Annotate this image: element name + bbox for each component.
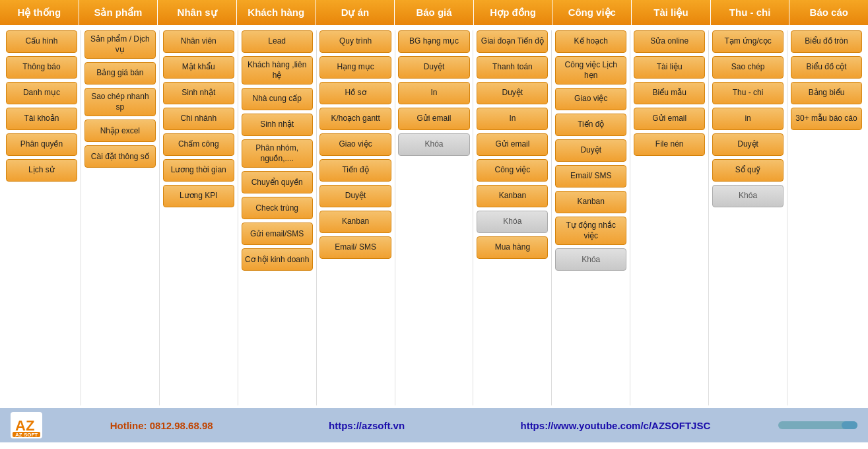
menu-btn-bao-gia-3[interactable]: Gửi email	[398, 108, 469, 130]
menu-btn-thu-chi-6[interactable]: Khóa	[712, 185, 784, 207]
menu-btn-nhan-su-1[interactable]: Mật khẩu	[163, 56, 234, 79]
website-link[interactable]: https://azsoft.vn	[329, 420, 405, 431]
menu-btn-thu-chi-1[interactable]: Sao chép	[712, 56, 784, 79]
menu-btn-du-an-3[interactable]: K/hoạch gantt	[319, 108, 391, 130]
menu-btn-cong-viec-1[interactable]: Công việc Lịch hẹn	[555, 56, 626, 85]
footer-scrollbar[interactable]	[778, 421, 857, 429]
menu-btn-hop-dong-1[interactable]: Thanh toán	[477, 56, 548, 79]
main-area: Cấu hìnhThông báoDanh mụcTài khoảnPhân q…	[0, 25, 868, 408]
col-khach-hang: LeadKhách hàng ,liên hệNhà cung cấpSinh …	[238, 30, 317, 405]
menu-btn-san-pham-0[interactable]: Sản phẩm / Dịch vụ	[84, 30, 156, 59]
menu-btn-thu-chi-3[interactable]: in	[712, 108, 784, 130]
menu-btn-khach-hang-3[interactable]: Sinh nhật	[242, 114, 313, 136]
header-cell-0[interactable]: Hệ thống	[0, 0, 79, 25]
menu-btn-thu-chi-0[interactable]: Tạm ứng/cọc	[712, 30, 784, 53]
menu-btn-cong-viec-2[interactable]: Giao việc	[555, 88, 626, 110]
menu-btn-he-thong-4[interactable]: Phân quyền	[6, 133, 77, 156]
menu-btn-tai-lieu-0[interactable]: Sửa online	[634, 30, 705, 53]
menu-btn-cong-viec-7[interactable]: Tự động nhắc việc	[555, 217, 626, 245]
menu-btn-cong-viec-8[interactable]: Khóa	[555, 248, 626, 271]
menu-btn-san-pham-4[interactable]: Cài đặt thông số	[84, 145, 156, 168]
footer-info: Hotline: 0812.98.68.98 https://azsoft.vn…	[62, 420, 758, 431]
menu-btn-hop-dong-8[interactable]: Mua hàng	[477, 236, 548, 259]
menu-btn-hop-dong-4[interactable]: Gửi email	[477, 133, 548, 156]
menu-btn-bao-cao-3[interactable]: 30+ mẫu báo cáo	[791, 108, 862, 130]
menu-btn-he-thong-3[interactable]: Tài khoản	[6, 108, 77, 130]
menu-btn-nhan-su-0[interactable]: Nhân viên	[163, 30, 234, 53]
menu-btn-du-an-1[interactable]: Hạng mục	[319, 56, 391, 79]
col-bao-gia: BG hạng mụcDuyệtInGửi emailKhóa	[395, 30, 474, 405]
menu-btn-cong-viec-3[interactable]: Tiến độ	[555, 114, 626, 136]
menu-btn-thu-chi-4[interactable]: Duyệt	[712, 133, 784, 156]
menu-btn-khach-hang-6[interactable]: Check trùng	[242, 197, 313, 219]
menu-btn-thu-chi-5[interactable]: Sổ quỹ	[712, 159, 784, 182]
menu-btn-khach-hang-1[interactable]: Khách hàng ,liên hệ	[242, 56, 313, 85]
header-cell-1[interactable]: Sản phẩm	[79, 0, 158, 25]
menu-btn-bao-cao-0[interactable]: Biểu đồ tròn	[791, 30, 862, 53]
menu-btn-du-an-0[interactable]: Quy trình	[319, 30, 391, 53]
header-cell-10[interactable]: Báo cáo	[789, 0, 868, 25]
youtube-link[interactable]: https://www.youtube.com/c/AZSOFTJSC	[520, 420, 710, 431]
header-cell-7[interactable]: Công việc	[552, 0, 632, 25]
menu-btn-hop-dong-7[interactable]: Khóa	[477, 211, 548, 233]
menu-btn-hop-dong-0[interactable]: Giai đoạn Tiến độ	[477, 30, 548, 53]
logo-box: AZ AZ SOFT	[11, 412, 42, 438]
menu-btn-bao-gia-0[interactable]: BG hạng mục	[398, 30, 469, 53]
menu-btn-hop-dong-2[interactable]: Duyệt	[477, 82, 548, 104]
svg-text:AZ SOFT: AZ SOFT	[15, 432, 38, 437]
menu-btn-he-thong-5[interactable]: Lịch sử	[6, 159, 77, 182]
menu-btn-khach-hang-0[interactable]: Lead	[242, 30, 313, 53]
col-tai-lieu: Sửa onlineTài liệuBiểu mẫuGửi emailFile …	[630, 30, 709, 405]
menu-btn-du-an-4[interactable]: Giao việc	[319, 133, 391, 156]
menu-btn-du-an-5[interactable]: Tiến độ	[319, 159, 391, 182]
menu-btn-san-pham-2[interactable]: Sao chép nhanh sp	[84, 88, 156, 116]
header-cell-8[interactable]: Tài liệu	[632, 0, 711, 25]
menu-btn-du-an-7[interactable]: Kanban	[319, 211, 391, 233]
col-hop-dong: Giai đoạn Tiến độThanh toánDuyệtInGửi em…	[473, 30, 552, 405]
menu-btn-du-an-8[interactable]: Email/ SMS	[319, 236, 391, 259]
menu-btn-khach-hang-5[interactable]: Chuyển quyền	[242, 171, 313, 193]
menu-btn-bao-gia-4[interactable]: Khóa	[398, 133, 469, 156]
menu-btn-khach-hang-8[interactable]: Cơ hội kinh doanh	[242, 248, 313, 271]
menu-btn-khach-hang-2[interactable]: Nhà cung cấp	[242, 88, 313, 110]
menu-btn-nhan-su-6[interactable]: Lương KPI	[163, 185, 234, 207]
col-bao-cao: Biểu đồ trònBiểu đồ cộtBảng biểu30+ mẫu …	[787, 30, 865, 405]
menu-btn-hop-dong-6[interactable]: Kanban	[477, 185, 548, 207]
menu-btn-tai-lieu-4[interactable]: File nén	[634, 133, 705, 156]
header-cell-9[interactable]: Thu - chi	[711, 0, 790, 25]
hotline-text: Hotline: 0812.98.68.98	[110, 420, 213, 431]
menu-btn-nhan-su-4[interactable]: Chấm công	[163, 133, 234, 156]
menu-btn-tai-lieu-2[interactable]: Biểu mẫu	[634, 82, 705, 104]
menu-btn-cong-viec-4[interactable]: Duyệt	[555, 139, 626, 162]
menu-btn-bao-gia-2[interactable]: In	[398, 82, 469, 104]
menu-btn-nhan-su-3[interactable]: Chi nhánh	[163, 108, 234, 130]
header-cell-4[interactable]: Dự án	[316, 0, 395, 25]
header-row: Hệ thốngSản phẩmNhân sựKhách hàngDự ánBá…	[0, 0, 868, 25]
header-cell-6[interactable]: Hợp đồng	[474, 0, 553, 25]
menu-btn-bao-gia-1[interactable]: Duyệt	[398, 56, 469, 79]
menu-btn-hop-dong-3[interactable]: In	[477, 108, 548, 130]
menu-btn-he-thong-1[interactable]: Thông báo	[6, 56, 77, 79]
menu-btn-nhan-su-5[interactable]: Lương thời gian	[163, 159, 234, 182]
menu-btn-tai-lieu-1[interactable]: Tài liệu	[634, 56, 705, 79]
menu-btn-khach-hang-4[interactable]: Phân nhóm, nguồn,....	[242, 139, 313, 168]
header-cell-5[interactable]: Báo giá	[395, 0, 474, 25]
menu-btn-he-thong-2[interactable]: Danh mục	[6, 82, 77, 104]
menu-btn-san-pham-3[interactable]: Nhập excel	[84, 120, 156, 142]
menu-btn-cong-viec-5[interactable]: Email/ SMS	[555, 165, 626, 188]
menu-btn-du-an-6[interactable]: Duyệt	[319, 185, 391, 207]
menu-btn-cong-viec-6[interactable]: Kanban	[555, 191, 626, 213]
menu-btn-thu-chi-2[interactable]: Thu - chi	[712, 82, 784, 104]
menu-btn-san-pham-1[interactable]: Bảng giá bán	[84, 62, 156, 85]
header-cell-3[interactable]: Khách hàng	[237, 0, 316, 25]
menu-btn-cong-viec-0[interactable]: Kế hoạch	[555, 30, 626, 53]
menu-btn-bao-cao-2[interactable]: Bảng biểu	[791, 82, 862, 104]
menu-btn-du-an-2[interactable]: Hồ sơ	[319, 82, 391, 104]
header-cell-2[interactable]: Nhân sự	[158, 0, 237, 25]
menu-btn-nhan-su-2[interactable]: Sinh nhật	[163, 82, 234, 104]
menu-btn-bao-cao-1[interactable]: Biểu đồ cột	[791, 56, 862, 79]
menu-btn-hop-dong-5[interactable]: Công việc	[477, 159, 548, 182]
menu-btn-khach-hang-7[interactable]: Gửi email/SMS	[242, 223, 313, 245]
menu-btn-tai-lieu-3[interactable]: Gửi email	[634, 108, 705, 130]
menu-btn-he-thong-0[interactable]: Cấu hình	[6, 30, 77, 53]
